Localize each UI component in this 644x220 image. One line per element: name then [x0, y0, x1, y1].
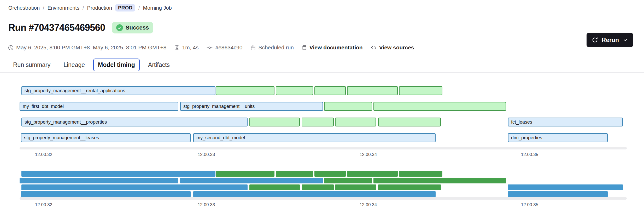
run-duration-label: 1m, 4s — [182, 44, 198, 51]
gantt-test-bar[interactable] — [276, 86, 313, 95]
git-commit-icon — [206, 45, 213, 51]
minimap-bar — [21, 171, 215, 177]
breadcrumb-environments[interactable]: Environments — [48, 5, 79, 11]
gantt-bar-my_first_dbt_model[interactable]: my_first_dbt_model — [20, 102, 178, 111]
time-tick: 12:00:32 — [35, 202, 52, 207]
gantt-bar-label: stg_property_management__rental_applicat… — [22, 87, 215, 95]
gantt-row: stg_property_management__rental_applicat… — [20, 86, 627, 95]
run-trigger-label: Scheduled run — [258, 44, 294, 51]
minimap-bar — [335, 184, 376, 190]
gantt-bar-label: stg_property_management__leases — [21, 134, 190, 142]
hourglass-icon — [174, 45, 180, 51]
view-documentation[interactable]: View documentation — [302, 44, 363, 51]
gantt-bar-label: dim_properties — [508, 134, 607, 142]
breadcrumb: Orchestration / Environments / Productio… — [8, 4, 172, 11]
view-documentation-link[interactable]: View documentation — [309, 44, 363, 51]
refresh-icon — [592, 37, 598, 43]
minimap-row — [20, 184, 627, 190]
run-duration: 1m, 4s — [174, 44, 198, 51]
gantt-test-bar[interactable] — [399, 86, 442, 95]
view-sources-link[interactable]: View sources — [379, 44, 414, 51]
minimap-row — [20, 191, 627, 197]
tabs-divider — [0, 72, 644, 73]
breadcrumb-current-morning-job: Morning Job — [143, 5, 172, 11]
tab-run-summary[interactable]: Run summary — [8, 59, 55, 71]
gantt-bar-stg_property_management__units[interactable]: stg_property_management__units — [180, 102, 323, 111]
page-title: Run #70437465469560 — [8, 22, 105, 33]
minimap-row — [20, 171, 627, 177]
minimap-bar — [378, 184, 441, 190]
time-tick: 12:00:34 — [360, 202, 377, 207]
gantt-bar-stg_property_management__properties[interactable]: stg_property_management__properties — [21, 118, 248, 126]
gantt-bar-label: fct_leases — [508, 118, 622, 126]
run-trigger: Scheduled run — [250, 44, 294, 51]
gantt-bar-label: stg_property_management__properties — [22, 118, 247, 126]
minimap-horizontal-scrollbar[interactable] — [20, 197, 627, 200]
minimap-time-axis: 12:00:3212:00:3312:00:3412:00:35 — [20, 202, 627, 208]
gantt-test-bar[interactable] — [378, 118, 441, 126]
gantt-bar-fct_leases[interactable]: fct_leases — [508, 118, 623, 126]
breadcrumb-separator: / — [83, 5, 84, 11]
gantt-test-bar[interactable] — [373, 102, 506, 111]
gantt-test-bar[interactable] — [347, 86, 398, 95]
gantt-test-bar[interactable] — [216, 86, 274, 95]
run-tabs: Run summary Lineage Model timing Artifac… — [8, 59, 174, 71]
commit-sha: #e8634c90 — [206, 44, 242, 51]
gantt-bar-stg_property_management__leases[interactable]: stg_property_management__leases — [21, 133, 191, 142]
minimap-bar — [508, 184, 623, 190]
minimap-bar — [180, 178, 323, 183]
gantt-test-bar[interactable] — [314, 86, 346, 95]
minimap-bar — [373, 178, 506, 183]
breadcrumb-production[interactable]: Production — [87, 5, 112, 11]
calendar-icon — [250, 45, 256, 51]
gantt-test-bar[interactable] — [302, 118, 334, 126]
minimap-bar — [21, 191, 191, 197]
minimap-bar — [324, 178, 372, 183]
gantt-bar-dim_properties[interactable]: dim_properties — [508, 133, 608, 142]
breadcrumb-orchestration[interactable]: Orchestration — [8, 5, 40, 11]
gantt-bar-label: my_first_dbt_model — [20, 102, 178, 110]
gantt-horizontal-scrollbar[interactable] — [20, 147, 627, 149]
rerun-button-label: Rerun — [602, 37, 619, 44]
gantt-bar-my_second_dbt_model[interactable]: my_second_dbt_model — [193, 133, 436, 142]
minimap-bar — [347, 171, 398, 177]
model-timing-gantt: stg_property_management__rental_applicat… — [20, 86, 627, 142]
clock-icon — [8, 45, 14, 51]
success-check-icon — [116, 24, 123, 31]
run-detail-page: Orchestration / Environments / Productio… — [0, 0, 644, 220]
view-sources[interactable]: View sources — [371, 44, 414, 51]
status-badge: Success — [112, 22, 153, 33]
gantt-test-bar[interactable] — [335, 118, 376, 126]
minimap-bar — [399, 171, 442, 177]
minimap-bar — [216, 171, 274, 177]
time-tick: 12:00:34 — [360, 152, 377, 157]
run-time-range-label: May 6, 2025, 8:00 PM GMT+8–May 6, 2025, … — [16, 44, 166, 51]
gantt-test-bar[interactable] — [249, 118, 300, 126]
document-icon — [302, 45, 307, 51]
breadcrumb-separator: / — [138, 5, 140, 11]
minimap-bar — [302, 184, 334, 190]
minimap-bar — [276, 171, 313, 177]
breadcrumb-separator: / — [43, 5, 44, 11]
title-row: Run #70437465469560 Success — [8, 22, 153, 33]
rerun-button[interactable]: Rerun — [587, 33, 633, 47]
gantt-bar-label: my_second_dbt_model — [194, 134, 435, 142]
tab-lineage[interactable]: Lineage — [59, 59, 90, 71]
minimap-bar — [508, 191, 608, 197]
commit-sha-label: #e8634c90 — [215, 44, 242, 51]
minimap-row — [20, 178, 627, 183]
gantt-bar-stg_property_management__rental_applications[interactable]: stg_property_management__rental_applicat… — [21, 86, 215, 95]
chevron-down-icon — [623, 37, 628, 43]
gantt-test-bar[interactable] — [324, 102, 372, 111]
run-meta-row: May 6, 2025, 8:00 PM GMT+8–May 6, 2025, … — [8, 44, 414, 51]
time-tick: 12:00:32 — [35, 152, 52, 157]
time-tick: 12:00:33 — [198, 152, 215, 157]
time-tick: 12:00:35 — [521, 202, 538, 207]
tab-artifacts[interactable]: Artifacts — [143, 59, 174, 71]
minimap-bar — [314, 171, 346, 177]
time-tick: 12:00:35 — [521, 152, 538, 157]
prod-environment-badge: PROD — [115, 4, 135, 11]
tab-model-timing[interactable]: Model timing — [93, 59, 140, 71]
minimap-bar — [193, 191, 436, 197]
gantt-minimap[interactable] — [20, 171, 627, 197]
